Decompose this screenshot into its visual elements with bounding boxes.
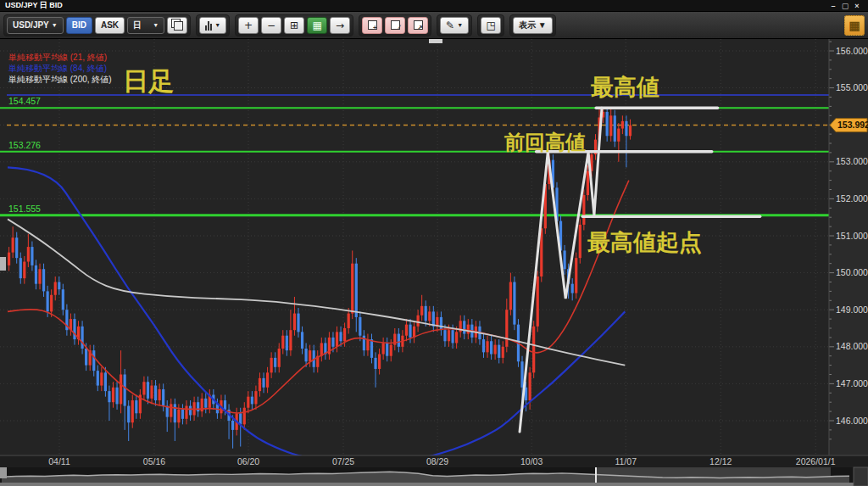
window-title: USD/JPY 日 BID — [5, 0, 63, 11]
toolbar: USD/JPY ▼ BID ASK 日 ▼ ▼ + − ⊞ ▦ → + ∕ — [0, 12, 868, 39]
svg-text:12/12: 12/12 — [709, 456, 732, 466]
left-splitter-handle[interactable] — [0, 257, 6, 271]
zoom-out-icon: − — [267, 20, 275, 31]
current-price-badge: 153.992 — [830, 119, 868, 132]
svg-text:10/03: 10/03 — [520, 456, 542, 466]
svg-text:2026/01/1: 2026/01/1 — [796, 456, 836, 466]
zoom-in-icon: + — [244, 20, 253, 31]
timeframe-label: 日 — [133, 20, 142, 31]
arrow-tool-icon: ↗ — [414, 20, 423, 30]
svg-text:151.000: 151.000 — [836, 231, 868, 241]
svg-text:日足: 日足 — [123, 67, 174, 95]
zoom-out-button[interactable]: − — [261, 17, 281, 34]
overview-strip[interactable] — [0, 467, 868, 486]
scroll-corner — [854, 467, 868, 486]
object-tools-group: + ∕ ↗ — [359, 14, 431, 36]
annotation-group: ◳ — [477, 14, 504, 36]
chevron-down-icon: ▼ — [457, 22, 463, 28]
chart-type-select[interactable]: ▼ — [199, 17, 226, 34]
line-tool-button[interactable]: ∕ — [385, 17, 405, 34]
ask-button[interactable]: ASK — [95, 17, 125, 34]
note-tool-button[interactable]: ◳ — [481, 17, 501, 34]
add-object-button[interactable]: + — [362, 17, 382, 34]
svg-text:前回高値: 前回高値 — [504, 131, 586, 154]
svg-text:148.000: 148.000 — [836, 341, 868, 351]
svg-text:最高値: 最高値 — [591, 75, 659, 100]
fit-chart-button[interactable]: ⊞ — [284, 17, 304, 34]
arrow-right-icon: → — [336, 20, 344, 31]
svg-text:07/25: 07/25 — [332, 456, 354, 466]
chart-type-group: ▼ — [196, 14, 230, 36]
display-menu-button[interactable]: 表示 ▼ — [513, 17, 553, 34]
zoom-group: + − ⊞ ▦ → — [235, 14, 353, 36]
svg-text:153.000: 153.000 — [836, 156, 868, 166]
title-bar: USD/JPY 日 BID – ▢ × — [0, 0, 868, 12]
svg-text:152.000: 152.000 — [836, 193, 868, 204]
top-splitter-handle[interactable] — [429, 39, 442, 43]
bid-button[interactable]: BID — [66, 17, 92, 34]
grid-icon: ▦ — [849, 19, 860, 32]
svg-text:154.457: 154.457 — [8, 96, 41, 106]
pen-icon: ✎ — [446, 20, 454, 31]
zoom-in-button[interactable]: + — [238, 17, 259, 34]
svg-text:153.992: 153.992 — [837, 120, 868, 130]
svg-text:単純移動平均線 (200, 終値): 単純移動平均線 (200, 終値) — [8, 75, 112, 84]
note-icon: ◳ — [486, 20, 495, 31]
svg-text:147.000: 147.000 — [836, 378, 868, 388]
bar-chart-icon — [205, 20, 212, 31]
display-group: 表示 ▼ — [509, 14, 556, 36]
svg-text:155.000: 155.000 — [836, 82, 868, 92]
svg-text:単純移動平均線 (21, 終値): 単純移動平均線 (21, 終値) — [8, 53, 107, 62]
jump-to-latest-button[interactable]: → — [330, 17, 350, 34]
svg-text:146.000: 146.000 — [836, 416, 868, 426]
sma-legend: 単純移動平均線 (21, 終値)単純移動平均線 (84, 終値)単純移動平均線 … — [8, 53, 112, 84]
svg-text:156.000: 156.000 — [836, 46, 868, 56]
maximize-icon[interactable]: ▢ — [839, 1, 851, 11]
svg-text:04/11: 04/11 — [48, 456, 70, 466]
pen-tool-button[interactable]: ✎ ▼ — [440, 17, 469, 34]
line-tool-icon: ∕ — [391, 20, 400, 30]
draw-group: ✎ ▼ — [437, 14, 472, 36]
price-axis-panel — [829, 39, 868, 455]
chart-grid-button[interactable]: ▦ — [844, 15, 865, 36]
chart-area: 154.457153.276151.555日足最高値前回高値最高値起点単純移動平… — [0, 39, 868, 486]
svg-text:151.555: 151.555 — [8, 204, 41, 214]
svg-text:06/20: 06/20 — [237, 456, 259, 466]
expand-icon: ⊞ — [290, 20, 298, 31]
timeframe-select[interactable]: 日 ▼ — [127, 17, 164, 34]
symbol-group: USD/JPY ▼ BID ASK 日 ▼ — [3, 14, 191, 36]
chevron-down-icon: ▼ — [214, 22, 220, 28]
minimize-icon[interactable]: – — [827, 1, 839, 11]
auto-scale-button[interactable]: ▦ — [307, 17, 327, 34]
svg-text:単純移動平均線 (84, 終値): 単純移動平均線 (84, 終値) — [8, 64, 107, 73]
svg-text:11/07: 11/07 — [615, 456, 637, 466]
symbol-select[interactable]: USD/JPY ▼ — [7, 17, 64, 34]
auto-scale-icon: ▦ — [312, 20, 321, 31]
layers-icon — [171, 19, 184, 31]
bottom-left-handle[interactable] — [0, 467, 7, 478]
chevron-down-icon: ▼ — [52, 22, 58, 28]
svg-text:最高値起点: 最高値起点 — [587, 230, 702, 255]
svg-text:153.276: 153.276 — [8, 140, 41, 150]
symbol-label: USD/JPY — [13, 20, 49, 30]
svg-text:149.000: 149.000 — [836, 304, 868, 315]
svg-text:08/29: 08/29 — [426, 456, 448, 466]
add-object-icon: + — [368, 20, 377, 30]
compare-charts-button[interactable] — [167, 17, 187, 34]
close-icon[interactable]: × — [851, 1, 863, 11]
svg-text:05/16: 05/16 — [143, 456, 165, 466]
chevron-down-icon: ▼ — [153, 22, 159, 28]
svg-text:150.000: 150.000 — [836, 267, 868, 277]
price-chart[interactable]: 154.457153.276151.555日足最高値前回高値最高値起点単純移動平… — [0, 39, 868, 486]
arrow-tool-button[interactable]: ↗ — [408, 17, 428, 34]
